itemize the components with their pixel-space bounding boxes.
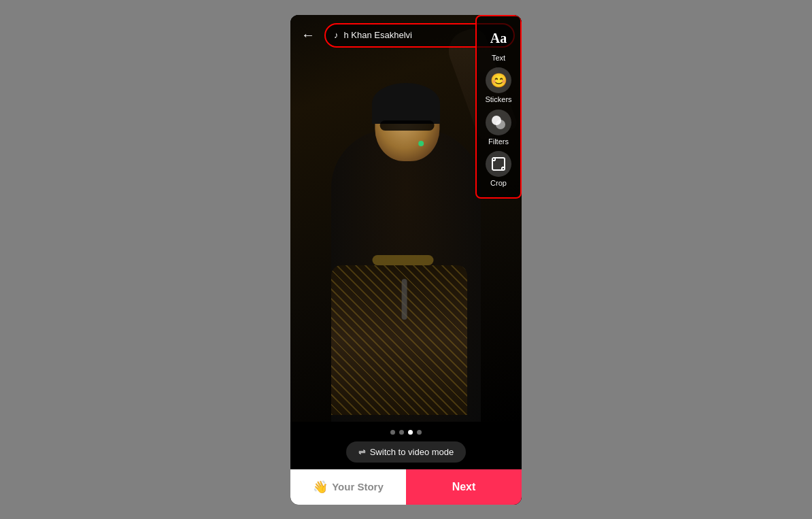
- pagination-dots: [390, 430, 422, 435]
- text-icon: Aa: [486, 26, 511, 52]
- svg-point-1: [496, 120, 505, 129]
- next-label: Next: [452, 481, 476, 493]
- text-label: Text: [492, 54, 505, 62]
- music-title: h Khan Esakhelvi: [344, 30, 412, 40]
- switch-video-button[interactable]: ⇌ Switch to video mode: [346, 441, 467, 463]
- switch-video-icon: ⇌: [358, 447, 366, 457]
- next-button[interactable]: Next: [406, 469, 522, 505]
- crop-icon: [486, 151, 511, 177]
- crop-label: Crop: [490, 179, 507, 187]
- back-icon: ←: [301, 27, 315, 43]
- phone-container: ← ♪ h Khan Esakhelvi Aa Text 😊 Stickers: [290, 15, 522, 505]
- action-row: 👋 Your Story Next: [290, 469, 522, 505]
- filters-tool[interactable]: Filters: [486, 110, 511, 146]
- svg-rect-2: [492, 158, 505, 170]
- stickers-label: Stickers: [485, 95, 511, 103]
- your-story-label: Your Story: [332, 481, 384, 492]
- dot-4: [417, 430, 422, 435]
- switch-video-label: Switch to video mode: [370, 447, 454, 457]
- stickers-tool[interactable]: 😊 Stickers: [485, 67, 511, 103]
- music-note-icon: ♪: [334, 30, 339, 40]
- dot-3: [408, 430, 413, 435]
- text-tool[interactable]: Aa Text: [486, 26, 511, 62]
- dot-2: [399, 430, 404, 435]
- your-story-icon: 👋: [313, 480, 328, 495]
- bottom-area: ⇌ Switch to video mode 👋 Your Story Next: [290, 422, 522, 505]
- filters-label: Filters: [488, 137, 509, 146]
- back-button[interactable]: ←: [297, 24, 319, 46]
- your-story-button[interactable]: 👋 Your Story: [290, 469, 406, 505]
- right-toolbar: Aa Text 😊 Stickers Filters: [475, 15, 522, 199]
- crop-tool[interactable]: Crop: [486, 151, 511, 187]
- filters-icon: [486, 110, 511, 135]
- stickers-icon: 😊: [486, 67, 511, 93]
- dot-1: [390, 430, 395, 435]
- top-bar: ← ♪ h Khan Esakhelvi Aa Text 😊 Stickers: [290, 15, 522, 56]
